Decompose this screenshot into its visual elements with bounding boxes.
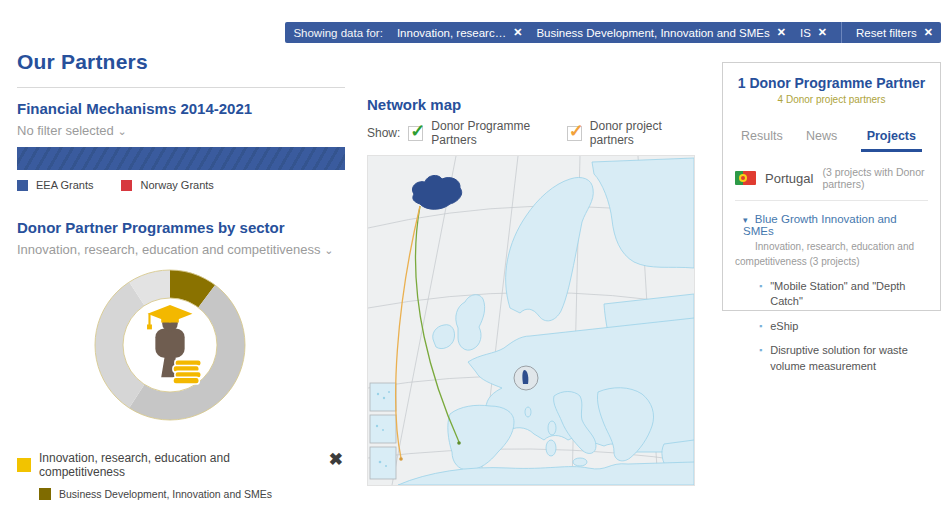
close-icon[interactable]: ✕	[818, 26, 827, 39]
financial-mechanisms-heading: Financial Mechanisms 2014-2021	[17, 100, 345, 117]
reset-filters-label: Reset filters	[856, 27, 917, 39]
map-inset-boxes	[370, 383, 396, 479]
graduate-with-books-icon	[130, 303, 210, 387]
active-filters-bar: Showing data for: Innovation, researc… ✕…	[285, 22, 941, 43]
country-row-portugal[interactable]: Portugal (3 projects with Donor partners…	[735, 166, 928, 201]
show-label: Show:	[367, 126, 400, 140]
portugal-flag-icon	[735, 171, 756, 185]
panel-subtitle: 4 Donor project partners	[735, 94, 928, 105]
network-map-heading: Network map	[367, 96, 695, 113]
iceland-shape[interactable]	[412, 175, 461, 209]
reset-filters-button[interactable]: Reset filters ✕	[856, 26, 933, 39]
legend-label: EEA Grants	[36, 179, 93, 191]
programme-link[interactable]: ▾ Blue Growth Innovation and SMEs	[735, 213, 928, 237]
tab-news[interactable]: News	[806, 129, 837, 152]
sector-yellow-swatch	[17, 458, 31, 472]
bullet-icon: ▪	[759, 343, 762, 374]
legend-item-norway: Norway Grants	[121, 179, 213, 191]
liechtenstein-marker[interactable]	[514, 366, 538, 390]
programme-sector: Innovation, research, education and comp…	[735, 240, 928, 269]
connection-line-green	[416, 206, 459, 442]
europe-map-graphic	[368, 156, 694, 485]
chevron-down-icon: ⌄	[324, 244, 333, 256]
legend-label: Innovation, research, education and comp…	[39, 451, 315, 479]
divider	[17, 87, 345, 88]
programme-name: Blue Growth Innovation and SMEs	[743, 213, 897, 237]
country-meta: (3 projects with Donor partners)	[822, 166, 928, 190]
list-item[interactable]: ▪ "Mobile Station" and "Depth Catch"	[759, 279, 928, 310]
close-icon[interactable]: ✕	[513, 26, 522, 39]
sector-filter-select[interactable]: Innovation, research, education and comp…	[17, 242, 345, 257]
select-value: Innovation, research, education and comp…	[17, 242, 321, 257]
sector-legend-item-parent: Innovation, research, education and comp…	[17, 451, 345, 479]
close-icon[interactable]: ✕	[777, 26, 786, 39]
checkmark-icon: ✓	[569, 120, 584, 142]
map-layer-toggles: Show: ✓ Donor Programme Partners ✓ Donor…	[367, 119, 695, 147]
details-panel: 1 Donor Programme Partner 4 Donor projec…	[722, 62, 941, 311]
donor-project-partners-checkbox[interactable]: ✓	[567, 126, 582, 141]
checkmark-icon: ✓	[410, 120, 425, 142]
select-value: No filter selected	[17, 123, 114, 138]
filter-chip-programme[interactable]: Business Development, Innovation and SME…	[536, 26, 786, 39]
chevron-down-icon: ⌄	[117, 125, 126, 137]
checkbox-label[interactable]: Donor Programme Partners	[431, 119, 548, 147]
sector-donut-chart[interactable]	[17, 265, 345, 437]
panel-title: 1 Donor Programme Partner	[735, 75, 928, 91]
filter-chip-label: Innovation, researc…	[397, 27, 506, 39]
list-item[interactable]: ▪ eShip	[759, 319, 928, 334]
project-name: "Mobile Station" and "Depth Catch"	[770, 279, 928, 310]
bullet-icon: ▪	[759, 279, 762, 310]
bullet-icon: ▪	[759, 319, 762, 334]
sector-heading: Donor Partner Programmes by sector	[17, 219, 345, 236]
left-column: Our Partners Financial Mechanisms 2014-2…	[17, 50, 345, 500]
filter-chip-label: Business Development, Innovation and SME…	[536, 27, 769, 39]
close-icon[interactable]: ✕	[924, 26, 933, 39]
divider	[841, 22, 842, 43]
partner-dot[interactable]	[399, 457, 403, 461]
financial-mechanisms-filter-select[interactable]: No filter selected ⌄	[17, 123, 345, 138]
page-title: Our Partners	[17, 50, 345, 74]
sector-legend-item-child: Business Development, Innovation and SME…	[39, 488, 345, 500]
legend-item-eea: EEA Grants	[17, 179, 93, 191]
triangle-down-icon: ▾	[743, 215, 748, 225]
filter-chip-sector[interactable]: Innovation, researc… ✕	[397, 26, 523, 39]
norway-grants-swatch	[121, 180, 132, 191]
filter-chip-label: IS	[800, 27, 811, 39]
panel-tabs: Results News Projects	[735, 129, 928, 152]
legend-label: Norway Grants	[140, 179, 213, 191]
tab-results[interactable]: Results	[741, 129, 783, 152]
eea-grants-swatch	[17, 180, 28, 191]
project-list: ▪ "Mobile Station" and "Depth Catch" ▪ e…	[735, 279, 928, 374]
filters-label: Showing data for:	[293, 27, 383, 39]
remove-sector-icon[interactable]: ✖	[329, 449, 343, 470]
filter-chip-country[interactable]: IS ✕	[800, 26, 827, 39]
financial-mechanisms-legend: EEA Grants Norway Grants	[17, 170, 345, 191]
europe-network-map[interactable]	[367, 155, 695, 486]
project-name: Disruptive solution for waste volume mea…	[770, 343, 928, 374]
checkbox-label[interactable]: Donor project partners	[590, 119, 685, 147]
network-map-section: Network map Show: ✓ Donor Programme Part…	[367, 96, 695, 486]
project-name: eShip	[770, 319, 798, 334]
country-name: Portugal	[765, 171, 813, 186]
financial-mechanisms-bar[interactable]	[17, 147, 345, 170]
partner-dot[interactable]	[457, 441, 461, 445]
tab-projects[interactable]: Projects	[861, 129, 922, 152]
sector-olive-swatch	[39, 488, 51, 500]
list-item[interactable]: ▪ Disruptive solution for waste volume m…	[759, 343, 928, 374]
donor-programme-partners-checkbox[interactable]: ✓	[408, 126, 423, 141]
legend-label: Business Development, Innovation and SME…	[59, 488, 272, 500]
